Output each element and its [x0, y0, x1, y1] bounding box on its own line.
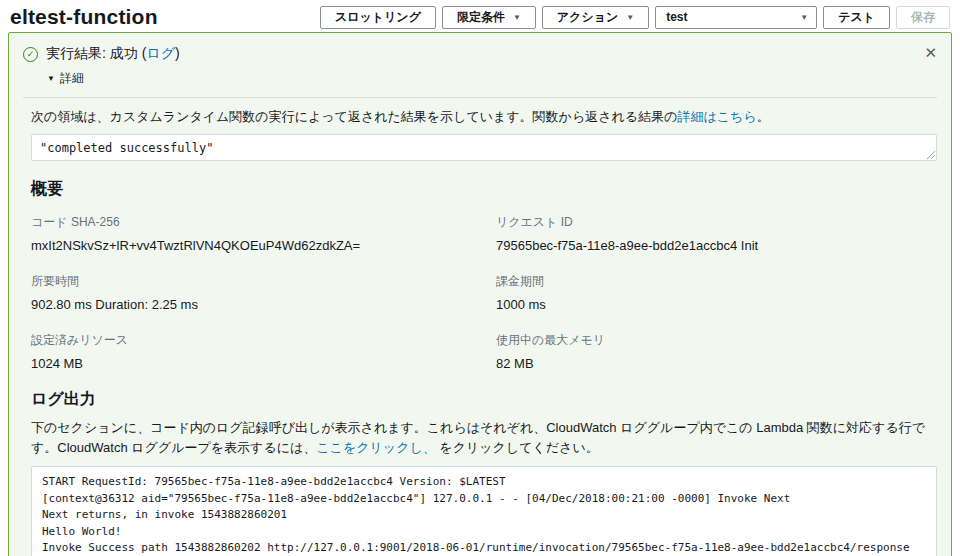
- caret-down-icon: ▼: [513, 13, 521, 22]
- status-text: 実行結果: 成功 (ログ): [46, 45, 180, 63]
- save-button-label: 保存: [911, 9, 935, 26]
- summary-field-max-memory-used: 使用中の最大メモリ 82 MB: [496, 332, 937, 371]
- result-output-text: "completed successfully": [40, 141, 928, 155]
- result-description: 次の領域は、カスタムランタイム関数の実行によって返された結果を示しています。関数…: [31, 108, 937, 126]
- summary-field-code-sha256: コード SHA-256 mxIt2NSkvSz+lR+vv4TwztRlVN4Q…: [31, 214, 472, 253]
- result-output-box: "completed successfully": [31, 134, 937, 161]
- status-text-suffix: ): [175, 45, 180, 61]
- success-check-icon: ✓: [23, 47, 38, 62]
- summary-field-duration: 所要時間 902.80 ms Duration: 2.25 ms: [31, 273, 472, 312]
- summary-heading: 概要: [31, 179, 937, 200]
- triangle-down-icon: ▼: [47, 74, 55, 83]
- execution-result-banner: ✕ ✓ 実行結果: 成功 (ログ) ▼ 詳細 次の領域は、カスタムランタイム関数…: [8, 32, 952, 556]
- result-description-text: 次の領域は、カスタムランタイム関数の実行によって返された結果を示しています。関数…: [31, 109, 677, 124]
- close-icon[interactable]: ✕: [924, 45, 937, 60]
- throttling-button[interactable]: スロットリング: [320, 6, 436, 29]
- field-value: 1000 ms: [496, 297, 937, 312]
- field-value: 82 MB: [496, 356, 937, 371]
- log-line: [context@36312 aid="79565bec-f75a-11e8-a…: [42, 491, 926, 508]
- summary-grid: コード SHA-256 mxIt2NSkvSz+lR+vv4TwztRlVN4Q…: [31, 214, 937, 371]
- field-value: 1024 MB: [31, 356, 472, 371]
- field-label: リクエスト ID: [496, 214, 937, 231]
- result-description-end: 。: [757, 109, 770, 124]
- function-header: eltest-function スロットリング 限定条件 ▼ アクション ▼ t…: [0, 0, 960, 32]
- caret-down-icon: ▼: [626, 13, 634, 22]
- field-label: 使用中の最大メモリ: [496, 332, 937, 349]
- log-line: Next returns, in invoke 1543882860201: [42, 507, 926, 524]
- log-line: START RequestId: 79565bec-f75a-11e8-a9ee…: [42, 474, 926, 491]
- test-button-label: テスト: [838, 9, 875, 26]
- details-here-link[interactable]: 詳細はこちら: [677, 109, 756, 124]
- status-row: ✓ 実行結果: 成功 (ログ): [23, 45, 937, 63]
- qualifiers-button-label: 限定条件: [457, 9, 505, 26]
- field-label: 課金期間: [496, 273, 937, 290]
- field-label: コード SHA-256: [31, 214, 472, 231]
- caret-down-icon: ▼: [800, 13, 808, 22]
- test-button[interactable]: テスト: [823, 6, 890, 29]
- status-text-prefix: 実行結果: 成功 (: [46, 45, 146, 61]
- log-line: Invoke Success path 1543882860202 http:/…: [42, 540, 926, 556]
- test-event-select-value: test: [666, 10, 687, 24]
- summary-field-request-id: リクエスト ID 79565bec-f75a-11e8-a9ee-bdd2e1a…: [496, 214, 937, 253]
- log-description: 下のセクションに、コード内のログ記録呼び出しが表示されます。これらはそれぞれ、C…: [31, 418, 937, 458]
- actions-button[interactable]: アクション ▼: [542, 6, 649, 29]
- log-description-after: をクリックしてください。: [436, 440, 599, 455]
- header-controls: スロットリング 限定条件 ▼ アクション ▼ test ▼ テスト 保存: [320, 6, 950, 29]
- test-event-select[interactable]: test ▼: [655, 6, 817, 29]
- field-label: 所要時間: [31, 273, 472, 290]
- actions-button-label: アクション: [557, 9, 618, 26]
- throttling-button-label: スロットリング: [335, 9, 421, 26]
- field-value: mxIt2NSkvSz+lR+vv4TwztRlVN4QKOEuP4Wd62zd…: [31, 238, 472, 253]
- log-line: Hello World!: [42, 524, 926, 541]
- qualifiers-button[interactable]: 限定条件 ▼: [442, 6, 536, 29]
- page-title: eltest-function: [10, 5, 320, 29]
- divider: [23, 97, 937, 98]
- save-button[interactable]: 保存: [896, 6, 950, 29]
- field-value: 902.80 ms Duration: 2.25 ms: [31, 297, 472, 312]
- summary-field-resources-configured: 設定済みリソース 1024 MB: [31, 332, 472, 371]
- details-toggle-label: 詳細: [60, 70, 84, 87]
- summary-field-billed-duration: 課金期間 1000 ms: [496, 273, 937, 312]
- log-link[interactable]: ログ: [146, 45, 175, 61]
- click-here-link[interactable]: ここをクリックし、: [316, 440, 435, 455]
- field-label: 設定済みリソース: [31, 332, 472, 349]
- field-value: 79565bec-f75a-11e8-a9ee-bdd2e1accbc4 Ini…: [496, 238, 937, 253]
- log-output-heading: ログ出力: [31, 389, 937, 410]
- log-output-box: START RequestId: 79565bec-f75a-11e8-a9ee…: [31, 466, 937, 556]
- details-toggle[interactable]: ▼ 詳細: [47, 70, 937, 87]
